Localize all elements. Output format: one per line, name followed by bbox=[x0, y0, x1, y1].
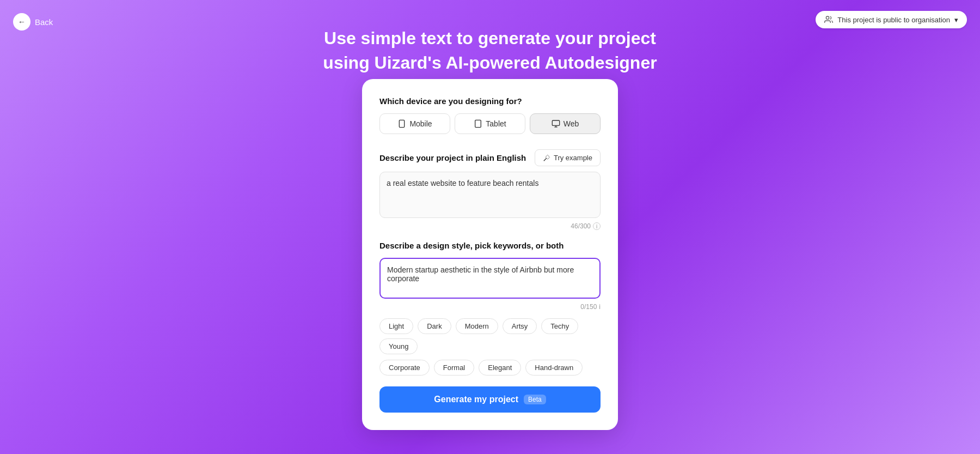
tags-row-1: Light Dark Modern Artsy Techy Young bbox=[379, 318, 601, 354]
mobile-icon bbox=[397, 119, 406, 128]
tag-corporate[interactable]: Corporate bbox=[379, 360, 430, 376]
page-title: Use simple text to generate your project… bbox=[0, 26, 980, 75]
tag-modern[interactable]: Modern bbox=[456, 318, 498, 334]
style-section-label: Describe a design style, pick keywords, … bbox=[379, 241, 601, 250]
tablet-label: Tablet bbox=[486, 119, 506, 128]
svg-point-0 bbox=[826, 16, 829, 19]
tag-techy[interactable]: Techy bbox=[541, 318, 578, 334]
tag-formal[interactable]: Formal bbox=[434, 360, 474, 376]
svg-rect-5 bbox=[552, 120, 559, 125]
description-char-count: 46/300 i bbox=[379, 222, 601, 230]
beta-badge: Beta bbox=[524, 395, 546, 404]
project-visibility-label: This project is public to organisation bbox=[837, 16, 950, 24]
title-line2: using Uizard's AI-powered Autodesigner bbox=[323, 53, 657, 72]
svg-rect-3 bbox=[475, 120, 481, 127]
generate-button[interactable]: Generate my project Beta bbox=[379, 386, 601, 413]
style-info-icon: i bbox=[599, 303, 601, 311]
tag-hand-drawn[interactable]: Hand-drawn bbox=[525, 360, 583, 376]
web-label: Web bbox=[564, 119, 579, 128]
description-label: Describe your project in plain English bbox=[379, 153, 526, 162]
wand-icon bbox=[543, 154, 550, 162]
svg-rect-1 bbox=[400, 120, 405, 127]
generate-label: Generate my project bbox=[434, 395, 518, 404]
try-example-label: Try example bbox=[554, 154, 592, 162]
style-description-textarea[interactable]: Modern startup aesthetic in the style of… bbox=[379, 258, 601, 299]
try-example-button[interactable]: Try example bbox=[535, 149, 601, 166]
person-icon bbox=[824, 15, 833, 24]
device-tablet-button[interactable]: Tablet bbox=[455, 113, 525, 134]
tag-elegant[interactable]: Elegant bbox=[479, 360, 521, 376]
tag-young[interactable]: Young bbox=[379, 338, 418, 354]
style-char-count: 0/150 i bbox=[379, 303, 601, 311]
back-label: Back bbox=[35, 17, 53, 27]
monitor-icon bbox=[552, 119, 560, 128]
device-web-button[interactable]: Web bbox=[530, 113, 601, 134]
device-section-label: Which device are you designing for? bbox=[379, 96, 601, 106]
project-description-textarea[interactable]: a real estate website to feature beach r… bbox=[379, 172, 601, 218]
main-card: Which device are you designing for? Mobi… bbox=[362, 79, 618, 430]
title-line1: Use simple text to generate your project bbox=[324, 28, 656, 48]
tag-light[interactable]: Light bbox=[379, 318, 413, 334]
device-selector: Mobile Tablet Web bbox=[379, 113, 601, 134]
tags-row-2: Corporate Formal Elegant Hand-drawn bbox=[379, 360, 601, 376]
tag-artsy[interactable]: Artsy bbox=[503, 318, 537, 334]
chevron-down-icon: ▾ bbox=[954, 16, 958, 24]
description-info-icon: i bbox=[593, 222, 601, 230]
tag-dark[interactable]: Dark bbox=[418, 318, 451, 334]
device-mobile-button[interactable]: Mobile bbox=[379, 113, 450, 134]
tablet-icon bbox=[474, 119, 482, 128]
description-header: Describe your project in plain English T… bbox=[379, 149, 601, 166]
mobile-label: Mobile bbox=[409, 119, 432, 128]
